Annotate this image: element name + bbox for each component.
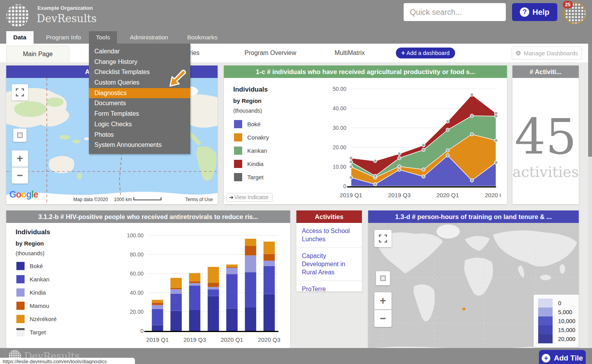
- dashboard-tab-program-overview[interactable]: Program Overview: [245, 44, 296, 62]
- svg-text:2019 Q1: 2019 Q1: [146, 336, 169, 343]
- add-tile-label: Add Tile: [554, 354, 583, 362]
- legend-item: Boké: [234, 120, 261, 128]
- fullscreen-button[interactable]: [12, 84, 28, 101]
- stacked-area-chart: 50.0040.0030.0020.0010.0002019 Q12019 Q3…: [325, 81, 501, 202]
- menu-item-photos[interactable]: Photos: [89, 130, 190, 140]
- zoom-out-button[interactable]: −: [12, 167, 28, 184]
- map-data-marker: [463, 308, 465, 310]
- bar-legend-subtitle: by Region: [16, 240, 44, 247]
- svg-text:2020 Q3: 2020 Q3: [485, 192, 501, 198]
- svg-text:2019 Q1: 2019 Q1: [340, 192, 362, 198]
- legend-item: Kindia: [234, 160, 264, 168]
- fullscreen-icon: [379, 234, 387, 243]
- legend-swatch: [538, 316, 553, 325]
- legend-swatch: [234, 133, 242, 141]
- svg-text:20.00: 20.00: [333, 144, 346, 150]
- legend-item: Kindia: [16, 288, 46, 297]
- plus-icon: +: [401, 49, 405, 56]
- svg-text:100.00: 100.00: [127, 232, 144, 239]
- nav-tab-administration[interactable]: Administration: [123, 31, 175, 44]
- legend-swatch: [16, 315, 25, 323]
- tools-dropdown-menu: Calendar Change History Checklist Templa…: [89, 44, 190, 154]
- help-button[interactable]: ? Help: [512, 3, 557, 21]
- menu-item-documents[interactable]: Documents: [89, 98, 190, 109]
- menu-item-form-templates[interactable]: Form Templates: [89, 109, 190, 119]
- plus-circle-icon: +: [542, 354, 550, 362]
- nav-tab-bookmarks[interactable]: Bookmarks: [180, 31, 225, 44]
- menu-item-logic-checks[interactable]: Logic Checks: [89, 119, 190, 130]
- search-input[interactable]: [404, 8, 513, 17]
- nav-tab-program-info[interactable]: Program Info: [39, 31, 88, 44]
- activity-link[interactable]: ProTerre: [296, 281, 362, 298]
- activity-count-title: # Activiti...: [512, 65, 579, 78]
- bar-chart-title: 3.1.2-b # HIV-positive people who receiv…: [6, 210, 290, 223]
- activity-count-value: 45: [512, 112, 579, 161]
- area-chart-title: 1-c # individuals who have received agri…: [224, 65, 507, 78]
- area-legend-units: (thousands): [233, 108, 262, 114]
- zoom-in-button[interactable]: +: [374, 292, 392, 309]
- svg-text:30.00: 30.00: [333, 125, 346, 131]
- map-frame-button[interactable]: [376, 271, 390, 285]
- zoom-in-button[interactable]: +: [12, 150, 28, 167]
- map-attribution: Map data ©2020: [73, 197, 108, 202]
- quick-search: [404, 3, 506, 21]
- add-tile-button[interactable]: + Add Tile: [539, 350, 586, 364]
- legend-swatch: [16, 262, 25, 270]
- svg-text:40.00: 40.00: [333, 105, 346, 111]
- menu-item-change-history[interactable]: Change History: [89, 57, 190, 67]
- add-dashboard-label: Add a dashboard: [406, 50, 449, 56]
- google-logo: Google: [9, 189, 38, 200]
- activity-link[interactable]: Access to School Lunches: [296, 223, 362, 248]
- app-title: DevResults: [37, 12, 97, 25]
- choropleth-legend-row: 10,000: [538, 316, 575, 325]
- tile-choropleth-map: 1.3-d # person-hours of training on land…: [368, 210, 579, 359]
- svg-text:10.00: 10.00: [333, 164, 346, 170]
- gear-icon: ⚙: [516, 49, 521, 57]
- menu-item-system-announcements[interactable]: System Announcements: [89, 140, 190, 150]
- legend-item: Target: [234, 173, 264, 181]
- view-indicator-button[interactable]: ➔View Indicator: [226, 193, 273, 202]
- map-frame-button[interactable]: [13, 129, 27, 142]
- legend-swatch: [538, 325, 553, 334]
- legend-swatch: [16, 302, 25, 310]
- scrollbar[interactable]: [588, 44, 592, 364]
- svg-text:0: 0: [140, 328, 144, 334]
- add-dashboard-button[interactable]: +Add a dashboard: [396, 48, 455, 58]
- area-legend-title: Individuals: [233, 86, 268, 94]
- manage-dashboards-button[interactable]: ⚙ Manage Dashboards: [512, 46, 582, 60]
- devresults-logo-icon: [6, 4, 29, 27]
- nav-tab-tools[interactable]: Tools: [89, 31, 117, 44]
- legend-swatch: [16, 275, 25, 283]
- stacked-bar-chart: 100.0080.0060.0040.0020.0002019 Q12019 Q…: [119, 228, 283, 349]
- map-scale-bar: [133, 197, 161, 200]
- fullscreen-button[interactable]: [374, 230, 392, 247]
- dashboard-tab-main-page[interactable]: Main Page: [6, 46, 69, 62]
- svg-text:2020 Q3: 2020 Q3: [258, 336, 280, 343]
- dashboard-tab-multimatrix[interactable]: MultiMatrix: [335, 44, 365, 62]
- frame-icon: [16, 132, 23, 139]
- activity-link[interactable]: Capacity Development in Rural Areas: [296, 248, 362, 281]
- choropleth-legend: 0 5,000 10,000 15,000 20,000: [534, 295, 579, 347]
- choropleth-legend-row: 15,000: [538, 325, 575, 334]
- legend-swatch: [234, 120, 242, 128]
- manage-dashboards-label: Manage Dashboards: [524, 50, 578, 57]
- map-terms-link[interactable]: Terms of Use: [185, 197, 213, 202]
- tile-area-chart: 1-c # individuals who have received agri…: [224, 65, 507, 204]
- tile-activity-count: # Activiti... 45 activities: [512, 65, 579, 204]
- choropleth-legend-row: 0: [538, 299, 575, 307]
- choropleth-map[interactable]: + − 0 5,000 10,000 15,000 20,000 ➔View I…: [368, 223, 579, 359]
- map-scale-label: 1000 km: [114, 197, 132, 202]
- tile-bar-chart: 3.1.2-b # HIV-positive people who receiv…: [6, 210, 290, 362]
- svg-text:80.00: 80.00: [130, 251, 144, 258]
- zoom-out-button[interactable]: −: [374, 310, 392, 327]
- bar-legend-units: (thousands): [16, 250, 44, 256]
- activity-count-unit: activities: [512, 164, 579, 180]
- nav-tab-data[interactable]: Data: [6, 31, 34, 44]
- legend-item: Kankan: [16, 275, 50, 283]
- bar-legend-title: Individuals: [16, 228, 50, 236]
- scrollbar-thumb[interactable]: [588, 44, 592, 157]
- browser-status-url: https://leslie.devresults.com/en/tools/d…: [0, 358, 135, 364]
- choropleth-map-title: 1.3-d # person-hours of training on land…: [368, 210, 579, 223]
- legend-item: Kankan: [234, 147, 267, 155]
- menu-item-calendar[interactable]: Calendar: [89, 46, 190, 57]
